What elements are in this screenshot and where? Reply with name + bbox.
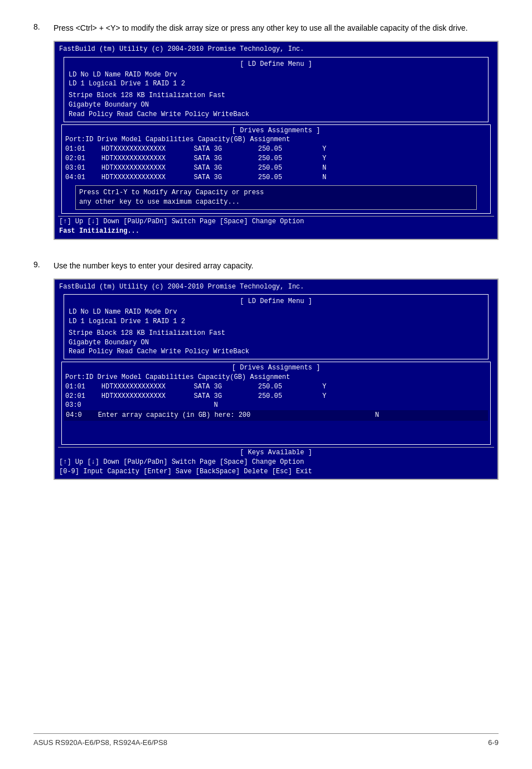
footer: ASUS RS920A-E6/PS8, RS924A-E6/PS8 6-9 (33, 733, 499, 747)
terminal-8-drive-row-0: 01:01 HDTXXXXXXXXXXXXX SATA 3G 250.05 Y (64, 145, 488, 154)
terminal-8-drive-row-2: 03:01 HDTXXXXXXXXXXXXX SATA 3G 250.05 N (64, 164, 488, 173)
terminal-9-keys-section: [ Keys Available ] [↑] Up [↓] Down [PaUp… (58, 447, 494, 477)
terminal-8-drive-row-1: 02:01 HDTXXXXXXXXXXXXX SATA 3G 250.05 Y (64, 154, 488, 164)
step-9-content: Use the number keys to enter your desire… (54, 260, 499, 480)
terminal-9-drive-row-0: 01:01 HDTXXXXXXXXXXXXX SATA 3G 250.05 Y (64, 382, 488, 392)
step-9-number: 9. (33, 260, 47, 480)
terminal-8-drives-box: [ Drives Assignments ] Port:ID Drive Mod… (61, 124, 491, 214)
terminal-8-title: FastBuild (tm) Utility (c) 2004-2010 Pro… (58, 44, 494, 55)
terminal-9-keys-bar: [0-9] Input Capacity [Enter] Save [BackS… (59, 467, 493, 477)
footer-right: 6-9 (488, 738, 499, 747)
terminal-8-nav-bar: [↑] Up [↓] Down [PaUp/PaDn] Switch Page … (58, 216, 494, 237)
terminal-9-drive-row-3: 04:0 Enter array capacity (in GB) here: … (64, 410, 488, 421)
terminal-9-read-policy: Read Policy Read Cache Write Policy Writ… (67, 347, 485, 357)
terminal-8-drives-title: [ Drives Assignments ] (64, 126, 488, 136)
terminal-9-menu-box: [ LD Define Menu ] LD No LD Name RAID Mo… (64, 294, 489, 359)
terminal-9-drives-header: Port:ID Drive Model Capabilities Capacit… (64, 373, 488, 382)
terminal-8-ld-header: LD No LD Name RAID Mode Drv (67, 70, 485, 80)
terminal-9-title: FastBuild (tm) Utility (c) 2004-2010 Pro… (58, 282, 494, 292)
terminal-9-stripe: Stripe Block 128 KB Initialization Fast (67, 329, 485, 338)
terminal-8: FastBuild (tm) Utility (c) 2004-2010 Pro… (54, 41, 499, 240)
step-8-content: Press <Ctrl> + <Y> to modify the disk ar… (54, 22, 499, 240)
step-9: 9. Use the number keys to enter your des… (33, 260, 499, 480)
step-8: 8. Press <Ctrl> + <Y> to modify the disk… (33, 22, 499, 240)
terminal-9-drives-box: [ Drives Assignments ] Port:ID Drive Mod… (61, 362, 491, 445)
terminal-8-press-box: Press Ctrl-Y to Modify Array Capacity or… (75, 185, 477, 210)
step-9-text: Use the number keys to enter your desire… (54, 260, 499, 272)
terminal-9-keys-title: [ Keys Available ] (59, 448, 493, 458)
terminal-9-menu-title: [ LD Define Menu ] (67, 297, 485, 306)
terminal-8-press-line2: any other key to use maximum capacity... (79, 198, 473, 207)
terminal-9-ld-header: LD No LD Name RAID Mode Drv (67, 307, 485, 317)
terminal-8-drive-row-3: 04:01 HDTXXXXXXXXXXXXX SATA 3G 250.05 N (64, 173, 488, 182)
terminal-8-read-policy: Read Policy Read Cache Write Policy Writ… (67, 110, 485, 119)
terminal-9: FastBuild (tm) Utility (c) 2004-2010 Pro… (54, 278, 499, 480)
step-8-text: Press <Ctrl> + <Y> to modify the disk ar… (54, 22, 499, 34)
terminal-8-press-line1: Press Ctrl-Y to Modify Array Capacity or… (79, 188, 473, 198)
footer-left: ASUS RS920A-E6/PS8, RS924A-E6/PS8 (33, 738, 167, 747)
terminal-9-nav-bar: [↑] Up [↓] Down [PaUp/PaDn] Switch Page … (59, 458, 493, 467)
terminal-9-empty-space (64, 421, 488, 443)
terminal-9-drive-row-1: 02:01 HDTXXXXXXXXXXXXX SATA 3G 250.05 Y (64, 392, 488, 401)
terminal-9-drive-row-2: 03:0 N (64, 401, 488, 410)
terminal-8-drives-header: Port:ID Drive Model Capabilities Capacit… (64, 135, 488, 145)
terminal-9-drives-title: [ Drives Assignments ] (64, 363, 488, 373)
terminal-8-menu-box: [ LD Define Menu ] LD No LD Name RAID Mo… (64, 57, 489, 122)
terminal-8-stripe: Stripe Block 128 KB Initialization Fast (67, 91, 485, 100)
terminal-9-gigabyte: Gigabyte Boundary ON (67, 338, 485, 348)
terminal-9-ld-row: LD 1 Logical Drive 1 RAID 1 2 (67, 317, 485, 326)
terminal-8-ld-row: LD 1 Logical Drive 1 RAID 1 2 (67, 79, 485, 89)
terminal-8-gigabyte: Gigabyte Boundary ON (67, 100, 485, 110)
step-8-number: 8. (33, 22, 47, 240)
terminal-8-menu-title: [ LD Define Menu ] (67, 60, 485, 69)
